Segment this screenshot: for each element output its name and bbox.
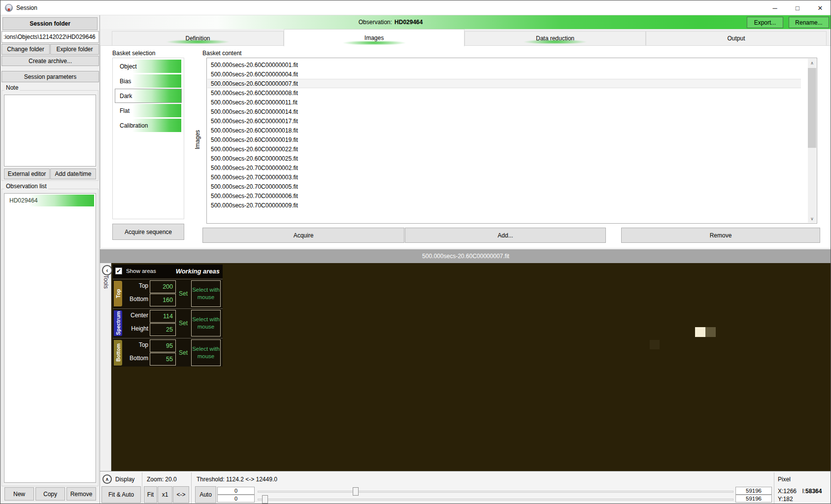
field-label: Top — [123, 341, 148, 348]
basket-item-dark[interactable]: Dark — [115, 89, 181, 102]
bottom-area-set-button[interactable]: Set — [177, 338, 190, 367]
observation-list-group: HD029464 — [1, 189, 99, 486]
top-area-select-with-mouse-button[interactable]: Select with mouse — [191, 280, 221, 307]
bottom-area-select-with-mouse-button[interactable]: Select with mouse — [191, 339, 221, 366]
new-observation-button[interactable]: New — [4, 487, 34, 501]
basket-item-calibration[interactable]: Calibration — [115, 119, 181, 132]
scrollbar-thumb[interactable] — [808, 68, 816, 148]
threshold-slider-upper-thumb[interactable] — [353, 487, 359, 496]
file-row[interactable]: 500.000secs-20.70C00000003.fit — [207, 172, 801, 182]
spectrum-center-value[interactable]: 114 — [150, 310, 176, 323]
tab-images[interactable]: Images — [284, 29, 465, 46]
file-row[interactable]: 500.000secs-20.60C00000017.fit — [207, 116, 801, 126]
zoom-label: Zoom: 20.0 — [147, 476, 177, 483]
acquire-sequence-button[interactable]: Acquire sequence — [112, 224, 184, 240]
basket-item-object[interactable]: Object — [115, 60, 181, 73]
file-row[interactable]: 500.000secs-20.60C00000004.fit — [207, 69, 801, 79]
spectrum-height-value[interactable]: 25 — [150, 323, 176, 336]
session-window: Session ─ □ ✕ Session folder :ions\Objec… — [0, 0, 831, 504]
auto-threshold-button[interactable]: Auto — [195, 486, 216, 503]
file-row[interactable]: 500.000secs-20.60C00000025.fit — [207, 154, 801, 163]
rename-button[interactable]: Rename... — [789, 17, 829, 28]
threshold-spin-upper[interactable]: 0 — [217, 487, 255, 495]
file-row[interactable]: 500.000secs-20.60C00000008.fit — [207, 88, 801, 98]
file-row[interactable]: 500.000secs-20.60C00000011.fit — [207, 98, 801, 107]
tab-data-reduction[interactable]: Data reduction — [465, 31, 646, 46]
add-datetime-button[interactable]: Add date/time — [50, 168, 96, 179]
close-button[interactable]: ✕ — [809, 0, 831, 15]
field-label: Bottom — [120, 296, 148, 302]
observation-listbox[interactable]: HD029464 — [4, 193, 96, 483]
note-group: External editor Add date/time — [1, 90, 99, 181]
bright-pixel-block — [695, 327, 705, 337]
threshold-slider-upper-track[interactable] — [258, 491, 733, 493]
fit-and-auto-button[interactable]: Fit & Auto — [101, 486, 141, 503]
copy-observation-button[interactable]: Copy — [35, 487, 65, 501]
session-folder-path-input[interactable]: :ions\Objects\12142022\HD029646 — [1, 31, 99, 43]
create-archive-button[interactable]: Create archive... — [1, 56, 99, 66]
basket-item-flat[interactable]: Flat — [115, 104, 181, 117]
tab-green-indicator — [154, 40, 242, 44]
tab-green-indicator — [330, 41, 419, 45]
tools-collapse-button[interactable]: ‹ — [102, 265, 112, 275]
explore-folder-button[interactable]: Explore folder — [50, 44, 99, 55]
file-row[interactable]: 500.000secs-20.60C00000022.fit — [207, 144, 801, 154]
tools-strip[interactable]: Tools — [100, 263, 111, 471]
threshold-slider-lower-track[interactable] — [258, 499, 733, 501]
session-parameters-button[interactable]: Session parameters — [1, 71, 99, 82]
bottom-area-top-value[interactable]: 95 — [150, 339, 176, 352]
add-button[interactable]: Add... — [405, 228, 606, 243]
spectrum-set-button[interactable]: Set — [177, 309, 190, 337]
scroll-up-icon[interactable]: ∧ — [808, 59, 816, 67]
minimize-button[interactable]: ─ — [764, 0, 786, 15]
faint-pixel-block — [650, 340, 660, 349]
show-areas-checkbox[interactable]: ✔ — [115, 268, 122, 274]
maximize-button[interactable]: □ — [786, 0, 809, 15]
stretch-button[interactable]: <-> — [173, 486, 189, 503]
observation-item[interactable]: HD029464 — [5, 195, 94, 206]
tab-strip: Definition Images Data reduction Output — [100, 29, 831, 46]
top-area-top-value[interactable]: 200 — [150, 280, 176, 293]
app-icon — [5, 4, 13, 12]
file-row[interactable]: 500.000secs-20.60C00000018.fit — [207, 126, 801, 135]
tab-output[interactable]: Output — [646, 31, 827, 46]
file-row[interactable]: 500.000secs-20.70C00000002.fit — [207, 163, 801, 172]
file-row-selected[interactable]: 500.000secs-20.60C00000007.fit — [207, 79, 801, 88]
basket-content-list[interactable]: 500.000secs-20.60C00000001.fit 500.000se… — [206, 58, 817, 224]
external-editor-button[interactable]: External editor — [4, 168, 50, 179]
scroll-down-icon[interactable]: ∨ — [808, 214, 816, 223]
threshold-slider-lower-thumb[interactable] — [262, 495, 268, 504]
separator — [142, 472, 142, 504]
file-list-scrollbar[interactable]: ∧ ∨ — [808, 59, 816, 223]
top-area-bottom-value[interactable]: 160 — [150, 294, 176, 306]
remove-button[interactable]: Remove — [621, 228, 820, 243]
acquire-button[interactable]: Acquire — [202, 228, 404, 243]
threshold-spin-lower[interactable]: 0 — [217, 495, 255, 503]
working-areas-title: Working areas — [176, 268, 220, 275]
pixel-intensity-value: 58364 — [805, 488, 822, 495]
export-button[interactable]: Export... — [747, 17, 783, 28]
file-row[interactable]: 500.000secs-20.70C00000005.fit — [207, 182, 801, 191]
remove-observation-button[interactable]: Remove — [66, 487, 96, 501]
level-value-lower[interactable]: 59196 — [735, 495, 772, 503]
observation-list-label: Observation list — [4, 183, 48, 190]
file-row[interactable]: 500.000secs-20.60C00000001.fit — [207, 60, 801, 69]
tab-definition[interactable]: Definition — [112, 31, 284, 46]
image-canvas[interactable]: ✔ Show areas Working areas Top Top 200 B… — [111, 263, 831, 471]
top-area-set-button[interactable]: Set — [177, 279, 190, 308]
change-folder-button[interactable]: Change folder — [1, 44, 50, 55]
display-collapse-button[interactable]: ∧ — [102, 474, 112, 484]
spectrum-select-with-mouse-button[interactable]: Select with mouse — [191, 310, 221, 336]
basket-item-bias[interactable]: Bias — [115, 74, 181, 88]
x1-button[interactable]: x1 — [158, 486, 172, 503]
level-value-upper[interactable]: 59196 — [735, 487, 772, 495]
file-row[interactable]: 500.000secs-20.60C00000014.fit — [207, 107, 801, 116]
file-row[interactable]: 500.000secs-20.60C00000019.fit — [207, 135, 801, 144]
spectrum-area-tag: Spectrum — [114, 310, 122, 336]
file-row[interactable]: 500.000secs-20.70C00000009.fit — [207, 201, 801, 210]
session-folder-header: Session folder — [2, 17, 98, 30]
file-row[interactable]: 500.000secs-20.70C00000006.fit — [207, 191, 801, 201]
bottom-area-bottom-value[interactable]: 55 — [150, 353, 176, 366]
fit-button[interactable]: Fit — [144, 486, 157, 503]
note-textarea[interactable] — [4, 95, 96, 167]
